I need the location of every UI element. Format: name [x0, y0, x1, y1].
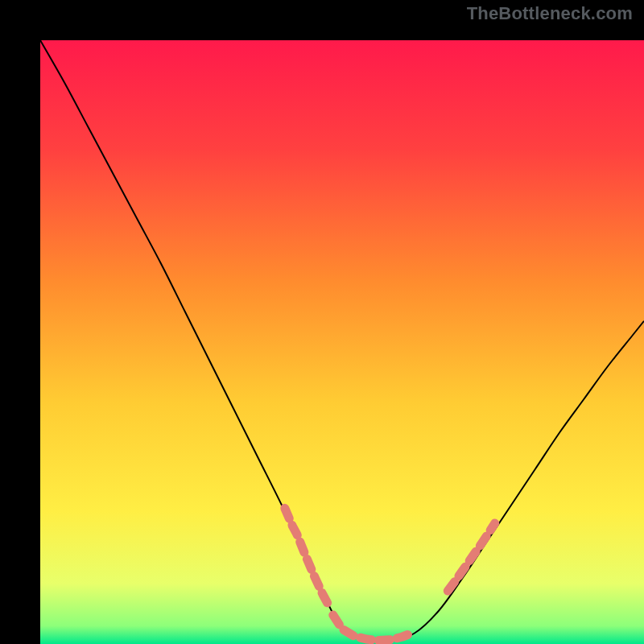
chart-frame — [20, 20, 624, 624]
chart-background — [40, 40, 644, 644]
chart-svg — [40, 40, 644, 644]
watermark-text: TheBottleneck.com — [467, 3, 633, 24]
chart-canvas — [40, 40, 644, 644]
